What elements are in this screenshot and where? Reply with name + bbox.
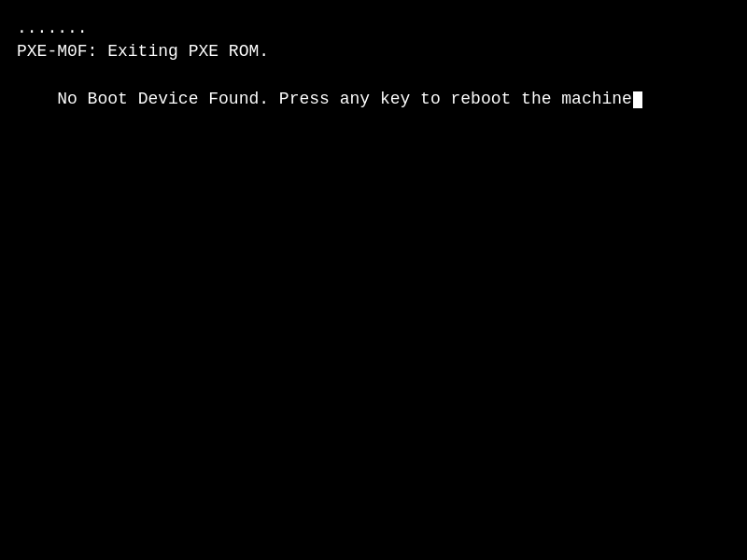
dots-line: ....... [17,17,730,40]
cursor [633,91,642,108]
terminal-screen: ....... PXE-M0F: Exiting PXE ROM. No Boo… [0,0,747,560]
no-boot-text: No Boot Device Found. Press any key to r… [57,90,632,108]
pxe-exit-line: PXE-M0F: Exiting PXE ROM. [17,40,730,63]
no-boot-line: No Boot Device Found. Press any key to r… [17,63,730,134]
